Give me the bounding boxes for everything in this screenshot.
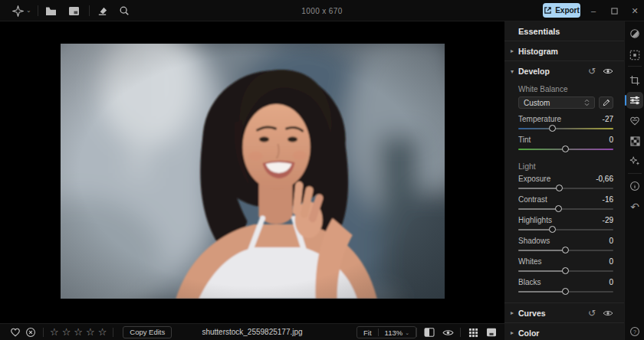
- slider-tint: Tint 0: [518, 135, 613, 150]
- ai-sparkle-menu-button[interactable]: [9, 2, 26, 19]
- slider-knob[interactable]: [562, 145, 569, 152]
- compare-before-after-icon[interactable]: [422, 325, 437, 340]
- crop-tool-icon[interactable]: [626, 72, 643, 89]
- white-balance-dropdown[interactable]: Custom: [518, 96, 595, 109]
- grid-view-icon[interactable]: [465, 325, 481, 340]
- section-develop[interactable]: ▾ Develop ↺: [504, 61, 624, 81]
- blacks-slider-track[interactable]: [518, 291, 613, 293]
- tint-slider-track[interactable]: [518, 149, 613, 150]
- shadows-slider-track[interactable]: [518, 250, 613, 251]
- slider-knob[interactable]: [556, 185, 563, 191]
- slider-temperature: Temperature -27: [518, 114, 613, 129]
- zoom-level-value: 113%: [385, 329, 403, 337]
- toolbar-divider: [38, 5, 38, 16]
- chevron-down-icon: ⌄: [405, 330, 409, 335]
- whites-slider-track[interactable]: [518, 270, 613, 272]
- filmstrip-view-icon[interactable]: [484, 325, 499, 340]
- info-icon[interactable]: [626, 178, 643, 195]
- help-icon[interactable]: ?: [626, 323, 643, 340]
- light-group-label: Light: [518, 162, 610, 171]
- add-image-icon[interactable]: [66, 2, 83, 19]
- white-balance-label: White Balance: [518, 85, 610, 93]
- eyedropper-button[interactable]: [599, 96, 613, 109]
- star-rating-3[interactable]: ☆: [72, 327, 84, 337]
- slider-value: 0: [609, 237, 613, 245]
- strip-divider: [628, 173, 642, 174]
- toolbar-divider: [43, 328, 44, 337]
- window-maximize-button[interactable]: [604, 0, 624, 21]
- slider-value: -0,66: [596, 175, 613, 183]
- photo-portrait-woman[interactable]: [61, 44, 445, 299]
- export-button[interactable]: Export: [543, 3, 580, 18]
- slider-value: 0: [609, 257, 613, 266]
- strip-divider: [628, 66, 642, 67]
- ai-enhance-sparkles-icon[interactable]: [626, 152, 643, 169]
- texture-grid-tool-icon[interactable]: [626, 132, 643, 149]
- chevron-down-icon: ⌄: [26, 8, 31, 14]
- export-icon: [544, 6, 552, 15]
- star-rating-4[interactable]: ☆: [84, 327, 97, 337]
- slider-value: -16: [603, 195, 613, 204]
- favorite-heart-icon[interactable]: [8, 325, 23, 340]
- edit-panel: Essentials ▸ Histogram ▾ Develop ↺ White…: [504, 21, 624, 340]
- window-close-button[interactable]: ✕: [625, 0, 644, 21]
- highlights-slider-track[interactable]: [518, 229, 613, 230]
- undo-icon[interactable]: ↶: [626, 198, 643, 215]
- triangle-down-icon: ▾: [511, 68, 518, 75]
- bottom-toolbar: ☆ ☆ ☆ ☆ ☆ Copy Edits shutterstock_255982…: [0, 323, 504, 340]
- toolbar-divider: [89, 5, 90, 16]
- eyedropper-icon: [603, 99, 610, 106]
- section-color[interactable]: ▸ Color: [504, 322, 624, 340]
- triangle-right-icon: ▸: [511, 309, 518, 316]
- visibility-eye-icon[interactable]: [603, 309, 613, 317]
- visibility-eye-icon[interactable]: [603, 67, 613, 75]
- slider-exposure: Exposure -0,66: [518, 174, 613, 189]
- exposure-slider-track[interactable]: [518, 188, 613, 189]
- editor-canvas[interactable]: [0, 21, 504, 323]
- slider-shadows: Shadows 0: [518, 236, 613, 251]
- star-rating-2[interactable]: ☆: [61, 327, 73, 337]
- section-curves[interactable]: ▸ Curves ↺: [504, 302, 624, 322]
- favorites-tool-icon[interactable]: [626, 112, 643, 129]
- toolbar-divider: [460, 328, 461, 337]
- copy-edits-button[interactable]: Copy Edits: [123, 326, 172, 338]
- adjustments-tool-icon[interactable]: [626, 92, 643, 109]
- folder-icon[interactable]: [43, 2, 60, 19]
- slider-whites: Whites 0: [518, 257, 613, 272]
- reject-icon[interactable]: [23, 325, 38, 340]
- zoom-controls: Fit 113% ⌄: [356, 326, 416, 338]
- slider-value: -27: [603, 115, 613, 123]
- slider-contrast: Contrast -16: [518, 195, 613, 210]
- reset-develop-icon[interactable]: ↺: [588, 67, 596, 76]
- star-rating-5[interactable]: ☆: [97, 327, 109, 337]
- slider-value: 0: [609, 278, 613, 286]
- reset-curves-icon[interactable]: ↺: [588, 309, 596, 318]
- slider-knob[interactable]: [555, 205, 562, 212]
- slider-knob[interactable]: [549, 125, 556, 132]
- slider-knob[interactable]: [562, 267, 569, 274]
- star-rating-1[interactable]: ☆: [48, 327, 61, 337]
- zoom-level-dropdown[interactable]: 113% ⌄: [379, 327, 416, 338]
- search-zoom-icon[interactable]: [116, 2, 133, 19]
- slider-highlights: Highlights -29: [518, 215, 613, 230]
- slider-knob[interactable]: [562, 247, 569, 253]
- top-toolbar: ⌄ 1000 x 670 Export – ✕: [0, 0, 644, 21]
- temperature-slider-track[interactable]: [518, 128, 613, 129]
- slider-knob[interactable]: [549, 226, 556, 233]
- slider-knob[interactable]: [562, 288, 569, 295]
- fit-button[interactable]: Fit: [357, 327, 378, 338]
- contrast-slider-track[interactable]: [518, 208, 613, 210]
- slider-value: 0: [609, 136, 613, 144]
- triangle-right-icon: ▸: [511, 329, 518, 336]
- panel-title: Essentials: [504, 21, 624, 41]
- section-histogram[interactable]: ▸ Histogram: [504, 41, 624, 61]
- preview-eye-icon[interactable]: [440, 325, 455, 340]
- mask-selection-tool-icon[interactable]: [626, 47, 643, 64]
- svg-text:?: ?: [633, 329, 636, 335]
- duotone-circle-tool-icon[interactable]: [626, 25, 643, 42]
- slider-value: -29: [603, 216, 613, 224]
- window-minimize-button[interactable]: –: [583, 0, 603, 21]
- export-label: Export: [555, 6, 580, 15]
- white-balance-value: Custom: [524, 99, 550, 107]
- eraser-icon[interactable]: [94, 2, 111, 19]
